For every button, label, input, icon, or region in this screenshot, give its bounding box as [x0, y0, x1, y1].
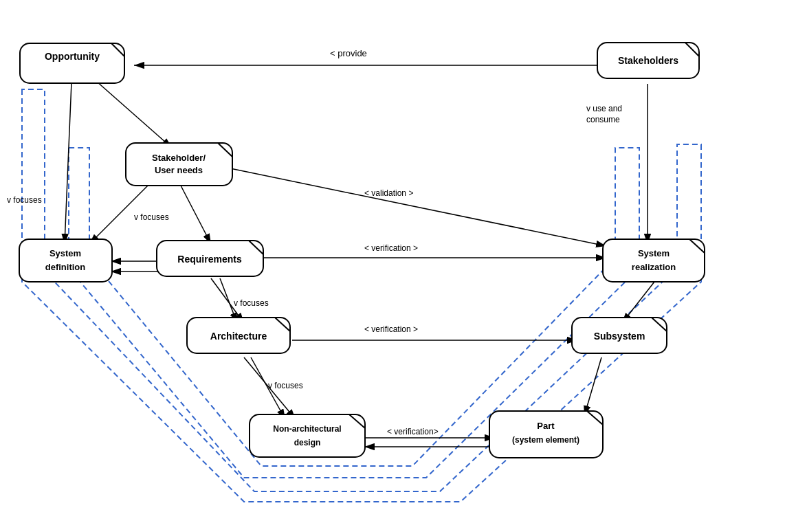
part-node: Part (system element)	[489, 411, 603, 458]
svg-rect-49	[250, 414, 365, 457]
svg-text:Subsystem: Subsystem	[594, 331, 645, 342]
verification2-label: < verification >	[364, 324, 418, 334]
focuses1-label: v focuses	[7, 195, 42, 205]
svg-text:System: System	[49, 248, 81, 258]
svg-rect-23	[20, 43, 124, 83]
subsystem-node: Subsystem	[572, 318, 667, 353]
system-definition-node: System definition	[19, 239, 112, 282]
svg-rect-39	[603, 239, 705, 282]
stakeholders-node: Stakeholders	[597, 43, 699, 78]
focuses2-label: v focuses	[134, 212, 169, 222]
svg-rect-53	[489, 411, 603, 458]
svg-line-10	[230, 168, 606, 246]
svg-text:Requirements: Requirements	[177, 254, 242, 265]
svg-text:Opportunity: Opportunity	[45, 51, 100, 62]
svg-text:(system element): (system element)	[512, 435, 579, 445]
svg-line-7	[96, 81, 172, 148]
focuses3-label: v focuses	[234, 298, 269, 308]
svg-text:Non-architectural: Non-architectural	[273, 424, 341, 434]
provide-label: < provide	[330, 48, 367, 58]
svg-rect-29	[126, 143, 232, 186]
verification3-label: < verification>	[387, 427, 439, 436]
focuses4-label: v focuses	[268, 381, 303, 390]
architecture-node: Architecture	[187, 318, 290, 353]
opportunity-node: Opportunity	[20, 43, 124, 83]
svg-text:definition: definition	[45, 262, 86, 272]
svg-text:design: design	[294, 438, 321, 447]
svg-text:Stakeholder/: Stakeholder/	[152, 153, 206, 163]
svg-text:User needs: User needs	[155, 165, 203, 175]
svg-text:Part: Part	[537, 421, 555, 431]
svg-text:System: System	[638, 248, 670, 258]
use-consume-label: v use and	[586, 104, 622, 113]
validation-label: < validation >	[364, 188, 413, 198]
use-consume-label2: consume	[586, 115, 620, 124]
svg-text:realization: realization	[632, 262, 676, 272]
svg-line-18	[584, 357, 601, 416]
verification1-label: < verification >	[364, 243, 418, 253]
requirements-node: Requirements	[157, 241, 263, 276]
system-realization-node: System realization	[603, 239, 705, 282]
non-arch-design-node: Non-architectural design	[250, 414, 365, 457]
stakeholder-needs-node: Stakeholder/ User needs	[126, 143, 232, 186]
svg-text:Architecture: Architecture	[210, 331, 267, 342]
svg-line-9	[181, 186, 211, 244]
svg-rect-33	[19, 239, 112, 282]
svg-text:Stakeholders: Stakeholders	[618, 55, 678, 66]
